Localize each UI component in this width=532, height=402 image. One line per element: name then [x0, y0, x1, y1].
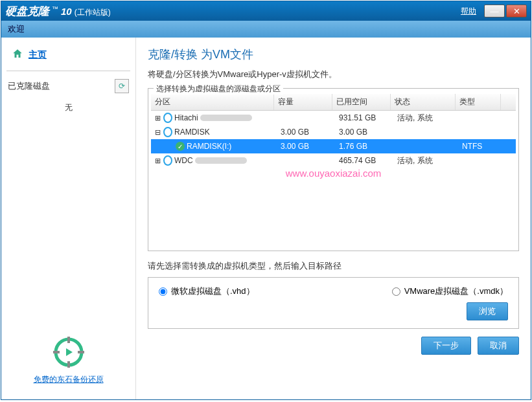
instruction-text: 请先选择需转换成的虚拟机类型，然后输入目标路径: [148, 260, 519, 272]
disk-name: RAMDISK: [174, 128, 210, 137]
refresh-button[interactable]: ⟳: [115, 79, 129, 93]
gear-icon: [53, 337, 84, 368]
browse-button[interactable]: 浏览: [467, 302, 508, 320]
vhd-radio-label: 微软虚拟磁盘（.vhd）: [171, 285, 255, 297]
app-edition: (工作站版): [75, 7, 111, 18]
svg-rect-2: [67, 361, 70, 368]
sidebar: 主页 已克隆磁盘 ⟳ 无 免费的东石备份还原: [1, 38, 136, 399]
redacted: [200, 115, 252, 121]
page-desc: 将硬盘/分区转换为VMware或Hyper-v虚拟机文件。: [148, 69, 519, 80]
help-link[interactable]: 帮助: [461, 6, 476, 17]
header-type[interactable]: 类型: [456, 94, 501, 110]
svg-rect-3: [53, 351, 60, 353]
window-controls: — ✕: [484, 5, 527, 17]
cloned-disks-header: 已克隆磁盘 ⟳: [6, 76, 130, 96]
disk-row-wdc[interactable]: ⊞ WDC 465.74 GB 活动, 系统: [151, 153, 516, 168]
disk-name: WDC: [174, 156, 193, 165]
close-button[interactable]: ✕: [506, 5, 527, 17]
disk-list: 分区 容量 已用空间 状态 类型 ⊞ Hitachi: [148, 89, 518, 251]
disk-name: Hitachi: [174, 113, 198, 122]
home-label: 主页: [29, 49, 47, 61]
cancel-button[interactable]: 取消: [478, 337, 519, 355]
expand-icon[interactable]: ⊞: [154, 114, 161, 122]
page-title: 克隆/转换 为VM文件: [148, 47, 519, 62]
vmdk-radio[interactable]: VMware虚拟磁盘（.vmdk）: [392, 285, 508, 297]
header-capacity[interactable]: 容量: [274, 94, 332, 110]
header-status[interactable]: 状态: [391, 94, 456, 110]
partition-row-ramdisk-i[interactable]: ✓ RAMDISK(I:) 3.00 GB 1.76 GB NTFS: [151, 139, 516, 153]
group-title: 选择转换为虚拟磁盘的源磁盘或分区: [154, 84, 283, 95]
check-icon: ✓: [176, 142, 185, 151]
home-icon: [12, 48, 23, 61]
sidebar-footer: 免费的东石备份还原: [6, 337, 130, 393]
disk-row-ramdisk[interactable]: ⊟ RAMDISK 3.00 GB 3.00 GB: [151, 125, 516, 139]
disk-icon: [163, 128, 172, 137]
app-name: 硬盘克隆: [5, 4, 49, 19]
svg-marker-5: [66, 348, 73, 356]
vm-type-group: 微软虚拟磁盘（.vhd） VMware虚拟磁盘（.vmdk） 浏览: [148, 277, 519, 329]
cloned-none: 无: [6, 102, 130, 113]
titlebar: 硬盘克隆 ™ 10 (工作站版) 帮助 — ✕: [1, 1, 531, 21]
backup-restore-link[interactable]: 免费的东石备份还原: [34, 375, 104, 384]
main-panel: 克隆/转换 为VM文件 将硬盘/分区转换为VMware或Hyper-v虚拟机文件…: [136, 38, 531, 399]
list-header: 分区 容量 已用空间 状态 类型: [151, 94, 516, 111]
header-used[interactable]: 已用空间: [332, 94, 391, 110]
redacted: [195, 157, 247, 164]
disk-row-hitachi[interactable]: ⊞ Hitachi 931.51 GB 活动, 系统: [151, 111, 516, 125]
vmdk-radio-input[interactable]: [392, 287, 400, 296]
vmdk-radio-label: VMware虚拟磁盘（.vmdk）: [404, 285, 508, 297]
partition-name: RAMDISK(I:): [187, 142, 231, 151]
app-window: 硬盘克隆 ™ 10 (工作站版) 帮助 — ✕ 欢迎 主页 已克隆磁盘: [1, 1, 531, 400]
disk-icon: [163, 156, 172, 165]
welcome-label: 欢迎: [8, 23, 25, 35]
minimize-button[interactable]: —: [484, 5, 505, 17]
home-link[interactable]: 主页: [6, 44, 130, 65]
vhd-radio-input[interactable]: [159, 287, 167, 296]
disk-icon: [163, 113, 172, 122]
bottom-buttons: 下一步 取消: [148, 337, 519, 355]
next-button[interactable]: 下一步: [421, 337, 471, 355]
divider: [6, 71, 130, 71]
trademark: ™: [52, 5, 58, 12]
svg-rect-1: [67, 337, 70, 343]
refresh-icon: ⟳: [119, 82, 125, 91]
collapse-icon[interactable]: ⊟: [154, 128, 161, 137]
source-disk-group: 选择转换为虚拟磁盘的源磁盘或分区 分区 容量 已用空间 状态 类型 ⊞ Hita…: [148, 88, 519, 251]
vhd-radio[interactable]: 微软虚拟磁盘（.vhd）: [159, 285, 392, 297]
body: 主页 已克隆磁盘 ⟳ 无 免费的东石备份还原 克隆/转换 为VM文件 将硬盘/分…: [1, 38, 531, 399]
cloned-label: 已克隆磁盘: [8, 80, 50, 92]
app-title: 硬盘克隆 ™ 10 (工作站版): [5, 4, 461, 19]
app-version: 10: [61, 6, 72, 17]
svg-rect-4: [78, 351, 84, 353]
expand-icon[interactable]: ⊞: [154, 157, 161, 165]
welcome-bar: 欢迎: [1, 21, 531, 38]
header-partition[interactable]: 分区: [151, 94, 274, 110]
